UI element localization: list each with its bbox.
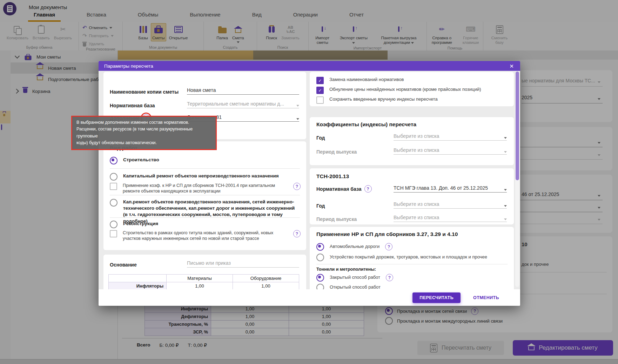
coeff-period-select[interactable]: Выберите из списка [394, 147, 507, 155]
dropdown-icon [296, 105, 299, 107]
tooltip-line: В выбранном дополнении изменен состав но… [76, 119, 211, 126]
tsn-period-select[interactable]: Выберите из списка [394, 215, 507, 222]
tunnels-label: Тоннели и метрополитены: [316, 267, 376, 272]
col-materials: Материалы [167, 275, 233, 282]
checkbox-replace-names[interactable]: Замена наименований нормативов [316, 77, 508, 84]
card-options: Замена наименований нормативов Обнуление… [310, 72, 514, 106]
coeff-year-select[interactable]: Выберите из списка [394, 133, 507, 141]
dialog-titlebar: Параметры пересчета ✕ [99, 61, 520, 71]
dropdown-icon [504, 218, 507, 220]
tsn-period-label: Период выпуска [316, 216, 394, 222]
nr-sp-title: Применение НР и СП для сборников 3.27, 3… [316, 231, 458, 237]
checkbox-one-title[interactable]: Строительство в рамках одного титула нов… [110, 230, 301, 242]
dropdown-icon [296, 118, 299, 120]
checkbox-icon [110, 230, 117, 237]
tsn-title: ТСН-2001.13 [316, 173, 349, 180]
tsn-base-select[interactable]: ТСН МГЭ глава 13. Доп. 46 от 25.12.2025 [394, 185, 507, 193]
dropdown-icon [504, 205, 507, 207]
radio-construction[interactable]: Строительство [110, 157, 300, 164]
tooltip-line: коды) будут обновлены автоматически. [76, 140, 211, 146]
tsn-year-select[interactable]: Выберите из списка [394, 201, 507, 209]
radio-closed-method[interactable]: Закрытый способ работ [316, 274, 393, 282]
help-icon[interactable] [385, 243, 392, 250]
radio-icon [110, 173, 117, 181]
help-icon[interactable] [293, 183, 301, 190]
dropdown-icon [504, 189, 507, 191]
tsn-year-label: Год [316, 203, 394, 209]
tooltip-line: Расценки, состав ресурсов (в том числе р… [76, 126, 211, 140]
basis-input[interactable]: Письмо или приказ [187, 260, 299, 268]
norm-base-label: Нормативная база [110, 103, 187, 108]
radio-reconstruction[interactable]: Реконструкция [110, 221, 300, 228]
checkbox-icon [316, 96, 324, 104]
radio-paths[interactable]: Устройство покрытий дорожек, тротуаров, … [316, 254, 487, 261]
norm-base-select[interactable]: Территориальные сметные нормативы д... [187, 101, 299, 108]
tsn-base-label: Нормативная база [316, 186, 362, 192]
table-header-row: Материалы Оборудование [109, 275, 299, 282]
cancel-button[interactable]: ОТМЕНИТЬ [473, 295, 499, 300]
radio-capital-repair-nonprod[interactable]: Капитальный ремонт объектов непроизводст… [110, 173, 300, 181]
scrollbar-thumb[interactable] [516, 72, 519, 180]
recalc-params-dialog: Параметры пересчета ✕ Наименование копии… [99, 61, 520, 306]
close-icon[interactable]: ✕ [507, 62, 516, 70]
col-equipment: Оборудование [233, 275, 299, 282]
recalculate-button[interactable]: ПЕРЕСЧИТАТЬ [412, 292, 461, 303]
checkbox-keep-manual-indexes[interactable]: Сохранить введенные вручную индексы пере… [316, 96, 508, 104]
coeff-year-label: Год [316, 135, 394, 141]
table-row: Инфляторы 1,00 1,00 [109, 282, 299, 290]
modal-scrollbar[interactable] [515, 72, 519, 287]
checkbox-icon [110, 183, 117, 190]
dropdown-icon [504, 137, 507, 139]
radio-icon [110, 199, 117, 207]
basis-label: Основание [110, 262, 187, 268]
coeff-title: Коэффициенты (индексы) пересчета [316, 121, 416, 128]
card-coefficients: Коэффициенты (индексы) пересчета Год Выб… [310, 117, 514, 165]
checkbox-zero-prices[interactable]: Обнуление цены ненайденных нормативов (к… [316, 87, 508, 94]
help-icon[interactable] [364, 185, 372, 193]
radio-selected-icon [316, 274, 324, 282]
radio-icon [316, 254, 324, 261]
card-nr-sp: Применение НР и СП для сборников 3.27, 3… [310, 227, 514, 297]
checkbox-checked-icon [316, 77, 324, 84]
dropdown-icon [504, 151, 507, 153]
radio-icon [110, 221, 117, 228]
radio-selected-icon [110, 157, 117, 164]
help-icon[interactable] [386, 274, 393, 281]
supplement-tooltip: В выбранном дополнении изменен состав но… [71, 116, 217, 150]
dialog-title: Параметры пересчета [104, 63, 153, 69]
help-icon[interactable] [293, 230, 301, 237]
dialog-footer: ПЕРЕСЧИТАТЬ ОТМЕНИТЬ [99, 289, 520, 306]
card-tsn: ТСН-2001.13 Нормативная база ТСН МГЭ гла… [310, 168, 514, 224]
copy-name-label: Наименование копии сметы [110, 89, 187, 95]
radio-auto-roads[interactable]: Автомобильные дороги [316, 243, 392, 251]
copy-name-input[interactable]: Новая смета [187, 87, 299, 95]
checkbox-tsn-coeff[interactable]: Применение коэф. к НР и СП для сборников… [110, 183, 301, 194]
card-work-type: Вид работ Строительство Капитальный ремо… [103, 141, 306, 250]
checkbox-checked-icon [316, 87, 324, 94]
coeff-period-label: Период выпуска [316, 149, 394, 155]
radio-selected-icon [316, 243, 324, 251]
